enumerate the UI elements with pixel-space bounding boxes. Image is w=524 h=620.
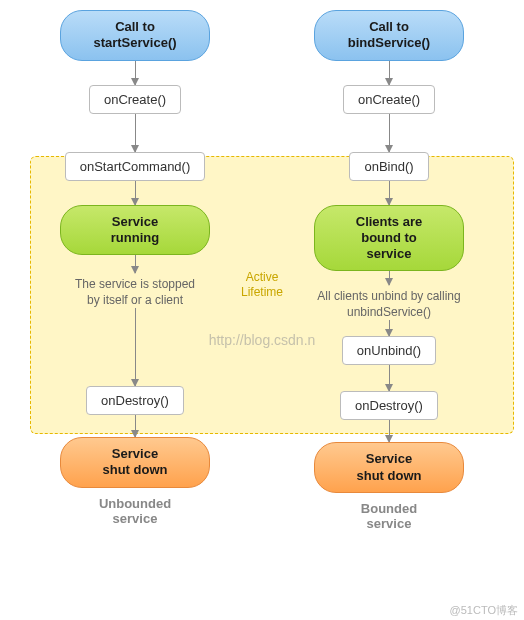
arrow-icon: [135, 255, 136, 273]
bounded-service-column: Call tobindService() onCreate() onBind()…: [274, 10, 504, 620]
stop-description-label: The service is stoppedby itself or a cli…: [75, 277, 195, 308]
service-shutdown-node: Serviceshut down: [60, 437, 210, 488]
unbounded-caption: Unboundedservice: [99, 496, 171, 526]
clients-bound-node: Clients arebound toservice: [314, 205, 464, 272]
arrow-icon: [389, 365, 390, 391]
on-create-node: onCreate(): [89, 85, 181, 114]
arrow-icon: [135, 114, 136, 152]
active-lifetime-label: ActiveLifetime: [241, 270, 283, 300]
arrow-icon: [389, 320, 390, 336]
service-running-node: Servicerunning: [60, 205, 210, 256]
arrow-icon: [135, 415, 136, 437]
arrow-icon: [389, 420, 390, 442]
service-shutdown-node: Serviceshut down: [314, 442, 464, 493]
arrow-icon: [389, 61, 390, 85]
arrow-icon: [135, 61, 136, 85]
arrow-icon: [389, 114, 390, 152]
on-bind-node: onBind(): [349, 152, 428, 181]
unbounded-service-column: Call tostartService() onCreate() onStart…: [20, 10, 250, 620]
arrow-icon: [135, 181, 136, 205]
arrow-icon: [135, 308, 136, 386]
on-start-command-node: onStartCommand(): [65, 152, 206, 181]
bounded-caption: Boundedservice: [361, 501, 417, 531]
arrow-icon: [389, 181, 390, 205]
on-unbind-node: onUnbind(): [342, 336, 436, 365]
start-service-node: Call tostartService(): [60, 10, 210, 61]
arrow-icon: [389, 271, 390, 285]
on-create-node: onCreate(): [343, 85, 435, 114]
on-destroy-node: onDestroy(): [86, 386, 184, 415]
bind-service-node: Call tobindService(): [314, 10, 464, 61]
unbind-description-label: All clients unbind by callingunbindServi…: [317, 289, 460, 320]
on-destroy-node: onDestroy(): [340, 391, 438, 420]
service-lifecycle-diagram: ActiveLifetime http://blog.csdn.n @51CTO…: [0, 0, 524, 620]
